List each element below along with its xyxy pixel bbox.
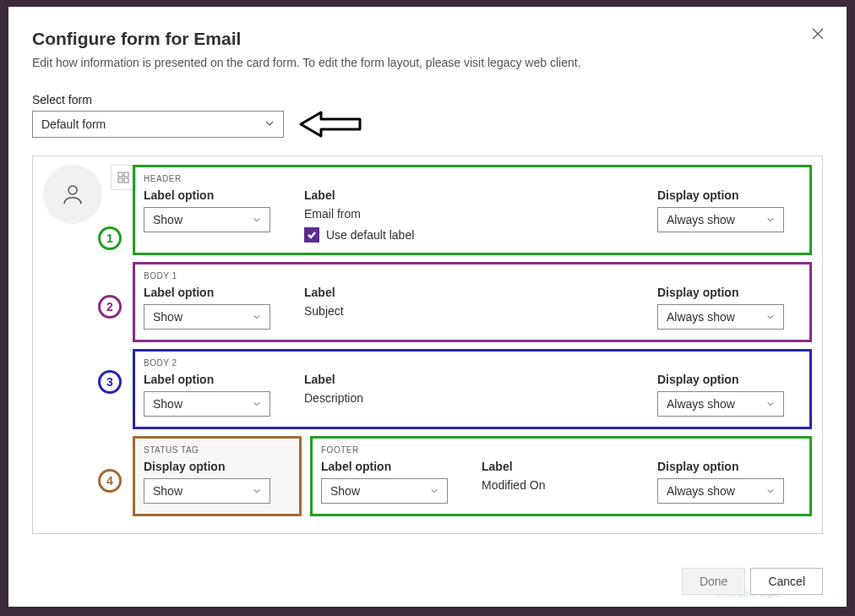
section-title-header: HEADER	[144, 174, 801, 183]
select-form-label: Select form	[32, 93, 823, 106]
form-sections-panel: 1 HEADER Label option Show Label Email f…	[32, 155, 823, 534]
avatar-placeholder	[43, 165, 102, 224]
dialog-subtitle: Edit how information is presented on the…	[32, 56, 823, 69]
body2-display-option-select[interactable]: Always show	[657, 391, 784, 417]
annotation-badge-4: 4	[98, 469, 122, 493]
body1-display-option-select[interactable]: Always show	[657, 304, 784, 330]
select-form-dropdown[interactable]: Default form	[32, 111, 284, 138]
dialog-title: Configure form for Email	[32, 29, 823, 49]
done-button[interactable]: Done	[682, 568, 745, 595]
footer-label-value: Modified On	[482, 478, 640, 492]
close-icon	[811, 27, 825, 41]
section-header: 1 HEADER Label option Show Label Email f…	[133, 165, 812, 255]
section-title-body1: BODY 1	[144, 271, 801, 281]
chevron-down-icon	[253, 484, 261, 498]
chevron-down-icon	[766, 213, 775, 226]
body1-label-value: Subject	[304, 304, 640, 318]
annotation-badge-3: 3	[98, 370, 122, 394]
header-label-option-select[interactable]: Show	[144, 207, 270, 232]
card-preview	[43, 165, 136, 229]
chevron-down-icon	[253, 310, 261, 324]
status-display-option-select[interactable]: Show	[144, 478, 270, 504]
display-option-heading: Display option	[657, 188, 801, 202]
cancel-button[interactable]: Cancel	[750, 568, 823, 595]
svg-point-3	[68, 186, 77, 194]
chevron-down-icon	[253, 397, 261, 411]
svg-rect-7	[124, 178, 128, 183]
section-footer: FOOTER Label option Show Label Modified …	[310, 436, 812, 516]
select-form-value: Default form	[41, 117, 106, 131]
body2-label-value: Description	[304, 391, 640, 405]
header-label-value: Email from	[304, 207, 640, 221]
configure-form-dialog: Configure form for Email Edit how inform…	[8, 7, 847, 607]
annotation-badge-1: 1	[98, 226, 122, 250]
section-title-body2: BODY 2	[144, 358, 801, 368]
chevron-down-icon	[766, 484, 775, 498]
header-display-option-select[interactable]: Always show	[657, 207, 784, 232]
svg-rect-4	[118, 172, 123, 177]
pointer-arrow-icon	[299, 110, 365, 139]
section-body2: 3 BODY 2 Label option Show Label Descrip…	[133, 349, 812, 429]
layout-grid-icon	[117, 171, 130, 184]
section-title-footer: FOOTER	[321, 445, 801, 455]
svg-rect-6	[118, 178, 123, 183]
annotation-badge-2: 2	[98, 295, 122, 319]
chevron-down-icon	[766, 310, 775, 324]
footer-display-option-select[interactable]: Always show	[657, 478, 784, 504]
chevron-down-icon	[430, 484, 438, 498]
person-icon	[60, 182, 85, 207]
footer-label-option-select[interactable]: Show	[321, 478, 448, 504]
close-button[interactable]	[811, 27, 828, 44]
chevron-down-icon	[264, 117, 275, 131]
svg-marker-2	[301, 112, 360, 136]
label-heading: Label	[304, 188, 640, 202]
svg-rect-5	[124, 172, 128, 177]
use-default-label-text: Use default label	[326, 228, 414, 242]
body1-label-option-select[interactable]: Show	[144, 304, 270, 330]
section-title-status: STATUS TAG	[144, 445, 291, 455]
chevron-down-icon	[766, 397, 775, 411]
section-body1: 2 BODY 1 Label option Show Label Subject	[133, 262, 812, 342]
dialog-footer: Done Cancel	[682, 568, 823, 595]
check-icon	[307, 230, 317, 240]
use-default-label-checkbox[interactable]	[304, 227, 319, 243]
label-option-heading: Label option	[144, 188, 287, 202]
section-status-tag: 4 STATUS TAG Display option Show	[133, 436, 302, 516]
chevron-down-icon	[253, 213, 261, 226]
body2-label-option-select[interactable]: Show	[144, 391, 270, 417]
